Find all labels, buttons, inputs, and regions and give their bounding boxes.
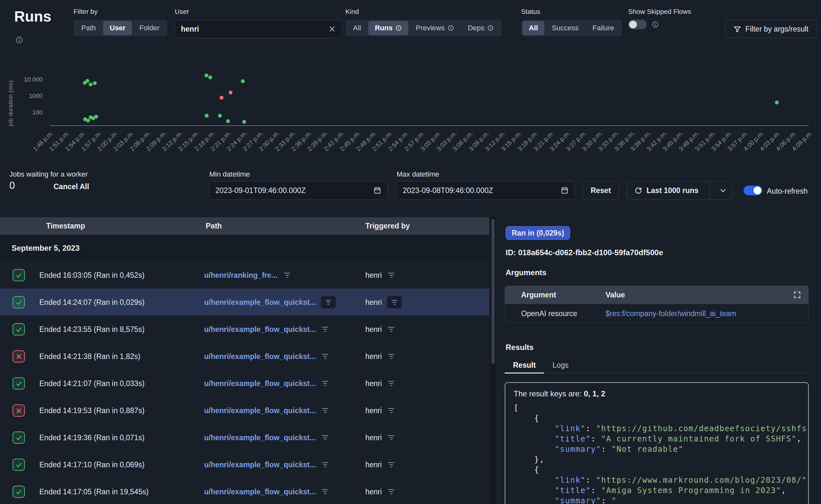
argument-value-link[interactable]: $res:f/company-folder/windmill_ai_team: [606, 304, 736, 323]
run-dot-success[interactable]: [242, 120, 246, 124]
run-row[interactable]: Ended 14:21:38 (Ran in 1,82s)u/henri/exa…: [0, 343, 489, 370]
auto-refresh-toggle[interactable]: [744, 186, 762, 195]
result-json-line: "title": "A currently maintained fork of…: [514, 434, 800, 444]
filter-by-option-folder[interactable]: Folder: [133, 21, 166, 35]
reset-button[interactable]: Reset: [582, 181, 619, 200]
run-dot-success[interactable]: [204, 73, 208, 77]
user-input[interactable]: henri: [175, 20, 342, 38]
status-option-failure[interactable]: Failure: [586, 21, 621, 35]
tab-result[interactable]: Result: [505, 358, 544, 373]
kind-option-deps[interactable]: Deps: [462, 21, 500, 35]
filter-by-user-icon[interactable]: [387, 325, 395, 334]
run-ended-label: Ended 14:19:36 (Ran in 0,071s): [39, 424, 144, 451]
kind-option-runs[interactable]: Runs: [368, 21, 408, 35]
run-row[interactable]: Ended 14:19:53 (Ran in 0,887s)u/henri/ex…: [0, 397, 489, 424]
run-ended-label: Ended 14:21:38 (Ran in 1,82s): [39, 343, 140, 370]
result-json-line: "summary": ": [514, 496, 800, 504]
calendar-icon[interactable]: [561, 186, 569, 195]
filter-by-user-icon[interactable]: [387, 406, 395, 415]
calendar-icon[interactable]: [373, 186, 381, 195]
run-row[interactable]: Ended 16:03:05 (Ran in 0,452s)u/henri/ra…: [0, 262, 489, 289]
failure-x-icon: [13, 404, 25, 417]
runs-info-icon[interactable]: [15, 36, 23, 44]
min-datetime-input[interactable]: 2023-09-01T09:46:00.000Z: [209, 181, 387, 200]
kind-option-all[interactable]: All: [347, 21, 367, 35]
run-row-selected[interactable]: Ended 14:24:07 (Ran in 0,029s)u/henri/ex…: [0, 289, 489, 316]
max-datetime-input[interactable]: 2023-09-08T09:46:00.000Z: [396, 181, 575, 200]
run-dot-success[interactable]: [205, 114, 209, 118]
run-dot-success[interactable]: [94, 115, 98, 119]
run-path-link[interactable]: u/henri/example_flow_quickst...: [204, 298, 316, 307]
run-dot-success[interactable]: [218, 114, 222, 118]
run-path-link[interactable]: u/henri/example_flow_quickst...: [204, 325, 316, 334]
filter-by-path-icon[interactable]: [321, 460, 329, 469]
filter-by-path-icon[interactable]: [321, 296, 336, 308]
tab-logs[interactable]: Logs: [544, 358, 577, 373]
filter-by-path-icon[interactable]: [283, 271, 291, 279]
clear-user-icon[interactable]: [328, 25, 336, 33]
run-user-label: henri: [365, 298, 382, 307]
filter-by-block: Filter by PathUserFolder: [73, 8, 167, 36]
result-json-line: {: [514, 465, 800, 475]
header-triggered-by: Triggered by: [365, 217, 410, 235]
filter-by-option-path[interactable]: Path: [75, 21, 102, 35]
max-datetime-label: Max datetime: [396, 170, 439, 179]
run-user-label: henri: [365, 325, 382, 334]
run-row[interactable]: Ended 14:21:07 (Ran in 0,033s)u/henri/ex…: [0, 370, 489, 397]
filter-by-user-icon[interactable]: [387, 488, 395, 496]
run-path-link[interactable]: u/henri/example_flow_quickst...: [204, 406, 316, 415]
run-dot-failure[interactable]: [229, 91, 232, 94]
filter-by-user-icon[interactable]: [387, 379, 395, 388]
run-path-link[interactable]: u/henri/example_flow_quickst...: [204, 352, 316, 361]
skipped-flows-info-icon[interactable]: [652, 21, 659, 28]
table-scrollbar[interactable]: [491, 217, 496, 504]
filter-by-path-icon[interactable]: [321, 433, 329, 442]
filter-by-option-user[interactable]: User: [103, 21, 132, 35]
run-row[interactable]: Ended 14:19:36 (Ran in 0,071s)u/henri/ex…: [0, 424, 489, 451]
run-dot-success[interactable]: [208, 75, 212, 79]
filter-by-path-icon[interactable]: [321, 352, 329, 361]
filter-by-user-icon[interactable]: [387, 460, 395, 469]
scrollbar-thumb[interactable]: [492, 219, 495, 364]
filter-by-user-icon[interactable]: [387, 296, 402, 308]
cancel-all-button[interactable]: Cancel All: [54, 182, 89, 191]
run-dot-failure[interactable]: [220, 96, 223, 100]
run-row[interactable]: Ended 14:17:10 (Ran in 0,069s)u/henri/ex…: [0, 451, 489, 478]
show-skipped-flows-toggle[interactable]: [628, 20, 647, 29]
run-dot-success[interactable]: [775, 101, 779, 104]
filter-by-user-icon[interactable]: [387, 271, 395, 279]
last-runs-button[interactable]: Last 1000 runs: [627, 181, 733, 200]
run-row[interactable]: Ended 14:17:05 (Ran in 19,545s)u/henri/e…: [0, 478, 489, 504]
run-row[interactable]: Ended 14:23:55 (Ran in 8,575s)u/henri/ex…: [0, 316, 489, 343]
run-user-label: henri: [365, 433, 382, 442]
status-option-success[interactable]: Success: [545, 21, 585, 35]
run-path-link[interactable]: u/henri/example_flow_quickst...: [204, 488, 316, 496]
kind-option-previews[interactable]: Previews: [409, 21, 460, 35]
filter-by-path-icon[interactable]: [321, 406, 329, 415]
result-viewer[interactable]: The result keys are: 0, 1, 2 [ { "link":…: [505, 382, 809, 504]
run-dot-success[interactable]: [85, 79, 89, 83]
run-path-link[interactable]: u/henri/ranking_fre...: [204, 271, 278, 280]
option-label: Previews: [416, 24, 445, 32]
last-runs-dropdown-button[interactable]: [714, 181, 732, 199]
success-check-icon: [13, 296, 25, 308]
run-ended-label: Ended 14:19:53 (Ran in 0,887s): [39, 397, 144, 424]
filter-by-path-icon[interactable]: [321, 488, 329, 496]
filter-by-args-result-button[interactable]: Filter by args/result: [725, 20, 816, 38]
run-dot-success[interactable]: [89, 82, 93, 86]
run-dot-success[interactable]: [226, 119, 230, 123]
filter-by-user-icon[interactable]: [387, 352, 395, 361]
run-dot-success[interactable]: [93, 81, 97, 85]
run-path-link[interactable]: u/henri/example_flow_quickst...: [204, 460, 316, 469]
kind-label: Kind: [345, 8, 359, 15]
status-option-all[interactable]: All: [523, 21, 544, 35]
filter-by-path-icon[interactable]: [321, 325, 329, 334]
filter-by-path-icon[interactable]: [321, 379, 329, 388]
filter-by-user-icon[interactable]: [387, 433, 395, 442]
expand-icon[interactable]: [793, 291, 801, 299]
success-check-icon: [13, 377, 25, 390]
run-path-link[interactable]: u/henri/example_flow_quickst...: [204, 433, 316, 442]
run-dot-success[interactable]: [86, 119, 90, 122]
run-path-link[interactable]: u/henri/example_flow_quickst...: [204, 379, 316, 388]
run-dot-success[interactable]: [241, 79, 245, 83]
